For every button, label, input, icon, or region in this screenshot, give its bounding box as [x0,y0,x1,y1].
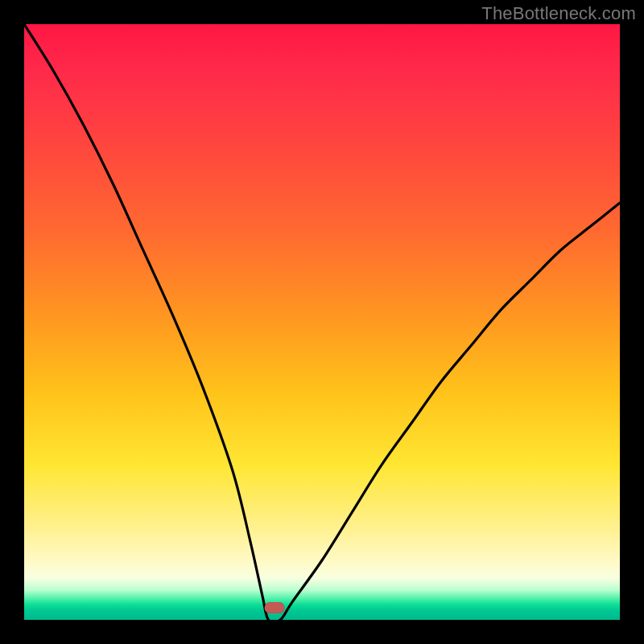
optimal-point-marker [264,602,284,613]
chart-svg [24,24,620,620]
watermark-text: TheBottleneck.com [481,3,636,24]
chart-frame: TheBottleneck.com [0,0,644,644]
bottleneck-curve-line [24,24,620,620]
chart-plot-area [24,24,620,620]
